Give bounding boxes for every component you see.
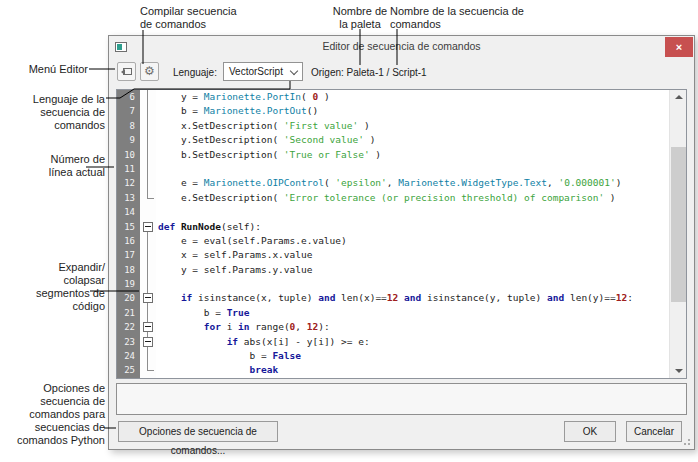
code-line[interactable]: 13 e.SetDescription( 'Error tolerance (o… bbox=[117, 191, 686, 205]
line-number: 18 bbox=[117, 263, 140, 277]
message-area bbox=[116, 383, 687, 415]
callout-script-options: Opciones de secuencia de comandos para s… bbox=[5, 382, 105, 447]
callout-script-name: Nombre de la secuencia de comandos bbox=[390, 5, 540, 31]
code-text: if isinstance(x, tuple) and len(x)==12 a… bbox=[156, 291, 633, 305]
line-number: 8 bbox=[117, 119, 140, 133]
fold-guide bbox=[140, 277, 156, 291]
code-text: e = eval(self.Params.e.value) bbox=[156, 234, 347, 248]
fold-guide bbox=[140, 162, 156, 176]
fold-guide bbox=[140, 363, 156, 377]
code-text: y = self.Params.y.value bbox=[156, 263, 312, 277]
line-number: 19 bbox=[117, 277, 140, 291]
palette-name: Paleta-1 bbox=[347, 67, 384, 78]
code-line[interactable]: 11 bbox=[117, 162, 686, 176]
code-line[interactable]: 22 for i in range(0, 12): bbox=[117, 320, 686, 334]
code-line[interactable]: 10 b.SetDescription( 'True or False' ) bbox=[117, 148, 686, 162]
code-text: b = True bbox=[156, 306, 250, 320]
code-line[interactable]: 19 bbox=[117, 277, 686, 291]
script-options-button[interactable]: Opciones de secuencia de comandos... bbox=[118, 421, 278, 442]
callout-compile-script: Compilar secuencia de comandos bbox=[140, 5, 258, 31]
code-lines: 6 y = Marionette.PortIn( 0 )7 b = Marion… bbox=[117, 90, 686, 378]
code-text: if abs(x[i] - y[i]) >= e: bbox=[156, 335, 370, 349]
origin-separator: / bbox=[384, 67, 392, 78]
ok-button[interactable]: OK bbox=[564, 421, 616, 442]
code-text: b = False bbox=[156, 349, 301, 363]
code-line[interactable]: 24 b = False bbox=[117, 349, 686, 363]
fold-guide bbox=[140, 205, 156, 219]
editor-menu-button[interactable] bbox=[117, 62, 136, 81]
language-label: Lenguaje: bbox=[173, 67, 217, 78]
code-text bbox=[156, 162, 158, 176]
code-line[interactable]: 20 if isinstance(x, tuple) and len(x)==1… bbox=[117, 291, 686, 305]
fold-toggle-icon[interactable] bbox=[140, 335, 156, 349]
scroll-down-button[interactable] bbox=[670, 363, 687, 378]
gear-icon: ⚙ bbox=[144, 64, 155, 78]
code-text bbox=[156, 205, 158, 219]
code-text bbox=[156, 277, 158, 291]
callout-script-language: Lenguaje de la secuencia de comandos bbox=[12, 93, 105, 132]
fold-toggle-icon[interactable] bbox=[140, 220, 156, 234]
code-editor[interactable]: 6 y = Marionette.PortIn( 0 )7 b = Marion… bbox=[116, 89, 687, 379]
language-select[interactable]: VectorScript bbox=[223, 62, 303, 81]
code-line[interactable]: 6 y = Marionette.PortIn( 0 ) bbox=[117, 90, 686, 104]
fold-guide bbox=[140, 104, 156, 118]
fold-guide bbox=[140, 234, 156, 248]
line-number: 11 bbox=[117, 162, 140, 176]
line-number: 12 bbox=[117, 176, 140, 190]
fold-guide bbox=[140, 176, 156, 190]
code-line[interactable]: 17 x = self.Params.x.value bbox=[117, 248, 686, 262]
code-line[interactable]: 21 b = True bbox=[117, 306, 686, 320]
line-number: 14 bbox=[117, 205, 140, 219]
cancel-button[interactable]: Cancelar bbox=[626, 421, 682, 442]
code-line[interactable]: 7 b = Marionette.PortOut() bbox=[117, 104, 686, 118]
scrollbar-thumb[interactable] bbox=[671, 147, 686, 302]
code-text: e = Marionette.OIPControl( 'epsilon', Ma… bbox=[156, 176, 621, 190]
line-number: 7 bbox=[117, 104, 140, 118]
fold-guide bbox=[140, 306, 156, 320]
code-text: b.SetDescription( 'True or False' ) bbox=[156, 148, 381, 162]
line-number: 21 bbox=[117, 306, 140, 320]
line-number: 16 bbox=[117, 234, 140, 248]
scroll-up-button[interactable] bbox=[670, 90, 687, 105]
vertical-scrollbar[interactable] bbox=[669, 90, 686, 378]
origin-info: Origen: Paleta-1 / Script-1 bbox=[311, 67, 427, 78]
code-line[interactable]: 14 bbox=[117, 205, 686, 219]
line-number: 23 bbox=[117, 335, 140, 349]
code-text: e.SetDescription( 'Error tolerance (or p… bbox=[156, 191, 616, 205]
fold-guide bbox=[140, 148, 156, 162]
code-text: def RunNode(self): bbox=[156, 220, 261, 234]
code-line[interactable]: 18 y = self.Params.y.value bbox=[117, 263, 686, 277]
fold-guide bbox=[140, 90, 156, 104]
callout-fold-code: Expandir/ colapsar segmentos de código bbox=[22, 261, 105, 313]
line-number: 6 bbox=[117, 90, 140, 104]
language-selected-value: VectorScript bbox=[229, 66, 283, 77]
fold-toggle-icon[interactable] bbox=[140, 320, 156, 334]
code-line[interactable]: 23 if abs(x[i] - y[i]) >= e: bbox=[117, 335, 686, 349]
callout-current-line: Número de línea actual bbox=[25, 153, 105, 179]
close-button[interactable]: × bbox=[665, 37, 693, 57]
code-text: y.SetDescription( 'Second value' ) bbox=[156, 133, 375, 147]
fold-guide bbox=[140, 119, 156, 133]
code-text: b = Marionette.PortOut() bbox=[156, 104, 318, 118]
script-name: Script-1 bbox=[392, 67, 426, 78]
code-text: break bbox=[156, 363, 278, 377]
code-line[interactable]: 15def RunNode(self): bbox=[117, 220, 686, 234]
code-line[interactable]: 25 break bbox=[117, 363, 686, 377]
title-bar[interactable]: Editor de secuencia de comandos × bbox=[109, 36, 694, 58]
code-line[interactable]: 16 e = eval(self.Params.e.value) bbox=[117, 234, 686, 248]
code-line[interactable]: 9 y.SetDescription( 'Second value' ) bbox=[117, 133, 686, 147]
origin-label: Origen: bbox=[311, 67, 347, 78]
code-text: x.SetDescription( 'First value' ) bbox=[156, 119, 370, 133]
code-line[interactable]: 12 e = Marionette.OIPControl( 'epsilon',… bbox=[117, 176, 686, 190]
window-title: Editor de secuencia de comandos bbox=[109, 40, 694, 52]
fold-toggle-icon[interactable] bbox=[140, 291, 156, 305]
resize-grip[interactable] bbox=[681, 436, 691, 446]
line-number: 22 bbox=[117, 320, 140, 334]
fold-guide bbox=[140, 263, 156, 277]
compile-button[interactable]: ⚙ bbox=[140, 62, 159, 81]
code-line[interactable]: 8 x.SetDescription( 'First value' ) bbox=[117, 119, 686, 133]
code-text: y = Marionette.PortIn( 0 ) bbox=[156, 90, 330, 104]
chevron-down-icon bbox=[290, 67, 298, 75]
callout-editor-menu: Menú Editor bbox=[22, 63, 88, 76]
fold-guide bbox=[140, 133, 156, 147]
